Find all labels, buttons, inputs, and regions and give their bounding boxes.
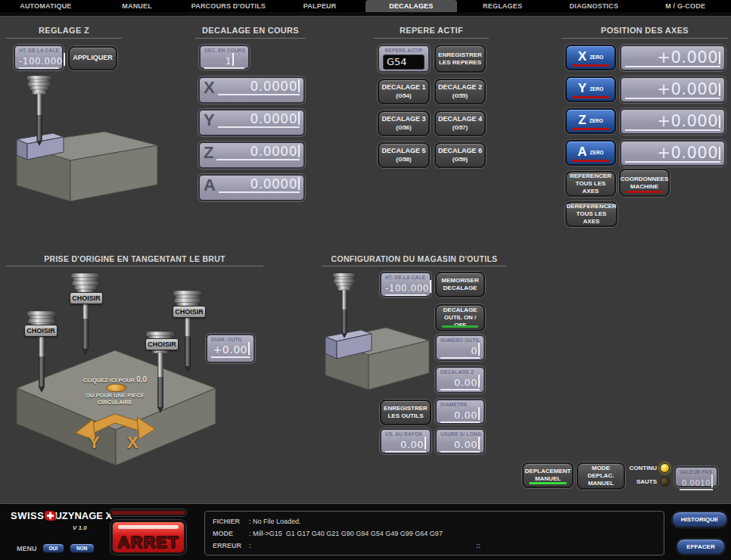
decalage-outil-onoff-button[interactable]: DECALAGE OUTIL ON / OFF xyxy=(435,304,485,331)
arret-label: ARRET xyxy=(118,532,179,553)
version-label: V 1.0 xyxy=(73,524,87,531)
dec-en-cours-field[interactable]: DEC. EN COURS 1 xyxy=(199,45,250,70)
x-position-value: +0.000 xyxy=(657,48,718,67)
historique-button[interactable]: HISTORIQUE xyxy=(672,512,727,527)
z-position-display[interactable]: +0.000 xyxy=(620,108,726,135)
position-axes-title: POSITION DES AXES xyxy=(561,26,728,35)
dereferencer-axes-button[interactable]: DEREFERENCER TOUS LES AXES xyxy=(565,201,617,227)
decalage-z-field[interactable]: DECALAGE Z 0.00 xyxy=(435,366,485,394)
offset-z-field[interactable]: Z 0.0000 xyxy=(198,142,305,169)
enregistrer-outils-button[interactable]: ENREGISTRER LES OUTILS xyxy=(380,400,431,425)
axis-x-label: X xyxy=(127,433,138,453)
decalage-5-button[interactable]: DECALAGE 5 (G58) xyxy=(378,142,430,168)
tab-parcours-outils[interactable]: PARCOURS D'OUTILS xyxy=(183,0,275,12)
decalage-3-button[interactable]: DECALAGE 3 (G56) xyxy=(378,110,430,136)
offset-z-letter: Z xyxy=(204,145,213,160)
y-position-display[interactable]: +0.000 xyxy=(620,76,726,103)
a-position-display[interactable]: +0.000 xyxy=(620,140,726,166)
choisir-tool4-button[interactable]: CHOISIR xyxy=(173,306,206,318)
decalage-1-button[interactable]: DECALAGE 1 (G54) xyxy=(378,79,430,104)
x-position-display[interactable]: +0.000 xyxy=(620,45,726,71)
arret-button[interactable]: ARRET xyxy=(110,520,186,555)
us-rayon-field[interactable]: US. AU RAYON 0.00 xyxy=(380,428,431,454)
sauts-label: SAUTS xyxy=(627,478,657,485)
memoriser-line1: MEMORISER xyxy=(441,277,478,285)
decalage-2-button[interactable]: DECALAGE 2 (G55) xyxy=(434,79,486,104)
dereferencer-line1: DEREFERENCER xyxy=(566,203,616,210)
sauts-led[interactable] xyxy=(660,477,670,487)
offset-z-value: 0.0000 xyxy=(250,144,297,159)
tab-bar: AUTOMATIQUE MANUEL PARCOURS D'OUTILS PAL… xyxy=(0,0,731,12)
referencer-line2: TOUS LES AXES xyxy=(568,180,613,195)
origin-circular-line2: CIRCULAIRE xyxy=(62,399,168,406)
valeur-pas-field[interactable]: VALEUR PAS 0.0010 xyxy=(674,466,718,487)
x-zero-button[interactable]: X ZERO xyxy=(565,45,616,70)
decalage-4-button[interactable]: DECALAGE 4 (G57) xyxy=(434,110,486,136)
tab-reglages[interactable]: REGLAGES xyxy=(457,0,549,12)
diametre-field[interactable]: DIAMETRE 0.00 xyxy=(435,399,485,425)
offset-y-field[interactable]: Y 0.0000 xyxy=(198,109,305,136)
referencer-axes-button[interactable]: REFERENCER TOUS LES AXES xyxy=(565,171,616,197)
repere-actif-display-label: REPERE ACTIF xyxy=(383,48,425,53)
offset-y-value: 0.0000 xyxy=(250,111,297,126)
tab-strip xyxy=(0,12,731,17)
coordonnees-line2: MACHINE xyxy=(630,183,658,191)
status-fichier-row: FICHIER : No File Loaded. xyxy=(213,515,656,527)
arret-gloss xyxy=(118,525,179,529)
tab-palpeur[interactable]: PALPEUR xyxy=(274,0,366,12)
z-zero-button[interactable]: Z ZERO xyxy=(565,108,616,134)
y-position-value: +0.000 xyxy=(657,80,718,98)
decalage-2-name: DECALAGE 2 xyxy=(438,83,482,92)
origin-click-zero: 0,0 xyxy=(136,375,147,384)
choisir-tool3-button[interactable]: CHOISIR xyxy=(145,338,179,350)
coordonnees-line1: COORDONNEES xyxy=(621,176,669,183)
offset-a-value: 0.0000 xyxy=(250,176,297,191)
menu-oui-button[interactable]: OUI xyxy=(42,543,65,553)
appliquer-button[interactable]: APPLIQUER xyxy=(68,46,117,70)
y-zero-button[interactable]: Y ZERO xyxy=(565,76,616,102)
a-position-value: +0.000 xyxy=(657,144,718,162)
repere-actif-title: REPERE ACTIF xyxy=(374,26,489,35)
numero-outil-field[interactable]: NUMERO OUTIL 0 xyxy=(435,334,485,361)
effacer-button[interactable]: EFFACER xyxy=(677,539,725,555)
offset-x-letter: X xyxy=(204,80,215,95)
tab-m-gcode[interactable]: M / G-CODE xyxy=(639,0,731,12)
repere-actif-value: G54 xyxy=(383,54,425,70)
mode-deplac-manuel-button[interactable]: MODE DEPLAC. MANUEL xyxy=(577,462,625,490)
menu-non-button[interactable]: NON xyxy=(70,543,94,553)
usure-long-field[interactable]: USURE S/ LONG. 0.00 xyxy=(435,428,485,454)
decalage-1-code: (G54) xyxy=(396,92,411,100)
decalage-z-value: 0.00 xyxy=(454,377,477,388)
tab-automatique[interactable]: AUTOMATIQUE xyxy=(0,0,92,12)
continu-led[interactable] xyxy=(660,463,670,473)
valeur-pas-label: VALEUR PAS xyxy=(680,469,713,474)
decalage-4-name: DECALAGE 4 xyxy=(438,115,482,123)
deplacement-manuel-button[interactable]: DEPLACEMENT MANUEL xyxy=(522,462,574,488)
magasin-cale-label: HT. DE LA CALE xyxy=(385,275,426,280)
status-erreur-row: ERREUR : xyxy=(213,540,656,552)
choisir-tool2-button[interactable]: CHOISIR xyxy=(70,292,103,304)
cale-height-field[interactable]: HT. DE LA CALE -100.000 xyxy=(14,45,64,70)
memoriser-decalage-button[interactable]: MEMORISER DECALAGE xyxy=(435,272,485,297)
tab-manuel[interactable]: MANUEL xyxy=(92,0,183,12)
swiss-cross-icon xyxy=(45,511,56,521)
offset-x-field[interactable]: X 0.0000 xyxy=(198,76,305,104)
enregistrer-reperes-button[interactable]: ENREGISTRER LES REPERES xyxy=(434,45,486,73)
decalage-6-button[interactable]: DECALAGE 6 (G59) xyxy=(434,142,486,168)
diam-outil-field[interactable]: DIAM. OUTIL +0.00 xyxy=(206,334,255,363)
origin-target-oval[interactable] xyxy=(106,384,126,392)
diam-outil-value: +0.00 xyxy=(213,344,247,356)
magasin-cale-field[interactable]: HT. DE LA CALE -100.000 xyxy=(380,272,431,297)
choisir-tool1-button[interactable]: CHOISIR xyxy=(24,325,58,337)
x-zero-label: ZERO xyxy=(589,54,603,60)
a-zero-button[interactable]: A ZERO xyxy=(565,140,616,166)
erreur-label: ERREUR xyxy=(213,540,249,552)
coordonnees-machine-button[interactable]: COORDONNEES MACHINE xyxy=(619,169,670,197)
enregistrer-outils-line2: LES OUTILS xyxy=(387,412,423,420)
tab-diagnostics[interactable]: DIAGNOSTICS xyxy=(549,0,640,12)
tab-decalages[interactable]: DECALAGES xyxy=(366,0,457,12)
deplacement-line1: DEPLACEMENT xyxy=(525,468,571,475)
reglage-z-illustration xyxy=(6,73,166,205)
us-rayon-label: US. AU RAYON xyxy=(385,431,426,437)
offset-a-field[interactable]: A 0.0000 xyxy=(198,174,305,201)
